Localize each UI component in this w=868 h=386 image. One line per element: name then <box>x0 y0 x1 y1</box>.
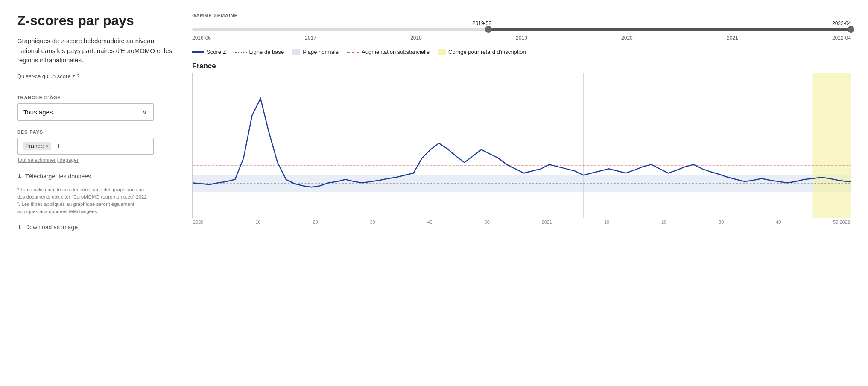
subtitle: Graphiques du z-score hebdomadaire au ni… <box>17 36 175 65</box>
legend-plage-normale-label: Plage normale <box>303 49 339 55</box>
deselect-link[interactable]: dégager <box>60 157 79 163</box>
chart-svg: 25 20 15 10 0 <box>193 73 851 218</box>
download-image-label: Download as image <box>25 224 78 231</box>
slider-container <box>192 28 851 31</box>
select-links: tout sélectionner | dégager <box>18 157 175 163</box>
x-chart-label-3: 30 <box>370 219 375 225</box>
ligne-base-line-icon <box>235 52 247 53</box>
download-icon: ⬇ <box>17 173 23 180</box>
x-chart-label-11: 50 2022 <box>833 219 850 225</box>
x-label-3: 2019 <box>516 35 527 41</box>
page-title: Z-scores par pays <box>17 13 175 29</box>
legend-score-z-label: Score Z <box>207 49 226 55</box>
legend-plage-normale: Plage normale <box>292 49 339 55</box>
x-label-5: 2021 <box>727 35 738 41</box>
country-tag-france: France × <box>23 142 51 150</box>
country-name: France <box>25 143 44 149</box>
slider-track[interactable] <box>192 28 851 31</box>
legend-augmentation-label: Augmentation substancielle <box>362 49 430 55</box>
week-range-label: GAMME SEMAINE <box>192 13 851 18</box>
slider-end-value: 2022-04 <box>832 20 851 26</box>
x-chart-label-6: 2021 <box>542 219 552 225</box>
x-chart-label-2: 20 <box>313 219 318 225</box>
slider-right-thumb[interactable] <box>848 26 854 33</box>
download-image-icon: ⬇ <box>17 223 23 231</box>
legend-ligne-base: Ligne de base <box>235 49 284 55</box>
x-label-0: 2016-06 <box>192 35 211 41</box>
x-label-1: 2017 <box>305 35 316 41</box>
citation-text: * Toute utilisation de ces données dans … <box>17 186 149 216</box>
x-chart-label-5: 50 <box>485 219 490 225</box>
x-chart-label-9: 30 <box>719 219 724 225</box>
legend-ligne-base-label: Ligne de base <box>249 49 284 55</box>
right-panel: GAMME SEMAINE 2019-52 2022-04 2016-06 20… <box>188 13 851 373</box>
x-chart-label-8: 20 <box>661 219 666 225</box>
add-country-button[interactable]: + <box>55 142 63 151</box>
chevron-down-icon: ∨ <box>142 108 147 116</box>
legend-augmentation: Augmentation substancielle <box>347 49 430 55</box>
country-label: DES PAYS <box>17 129 175 135</box>
chart-title: France <box>192 62 851 70</box>
download-data-link[interactable]: ⬇ Télécharger les données <box>17 173 175 180</box>
country-box: France × + <box>17 138 154 155</box>
remove-country-icon[interactable]: × <box>46 143 49 149</box>
download-image-link[interactable]: ⬇ Download as image <box>17 223 175 231</box>
x-chart-label-1: 10 <box>255 219 260 225</box>
x-chart-label-10: 40 <box>776 219 781 225</box>
age-value: Tous ages <box>23 108 53 116</box>
score-z-line-icon <box>192 51 204 53</box>
x-label-2: 2018 <box>410 35 422 41</box>
x-chart-label-7: 10 <box>604 219 609 225</box>
augmentation-line-icon <box>347 52 359 53</box>
corrige-rect-icon <box>438 49 446 55</box>
slider-start-value: 2019-52 <box>473 20 491 26</box>
chart-x-labels: 2020 10 20 30 40 50 2021 10 20 30 40 50 … <box>192 219 851 225</box>
x-label-6: 2022-04 <box>832 35 851 41</box>
chart-section: France 25 <box>192 62 851 225</box>
x-chart-label-0: 2020 <box>193 219 203 225</box>
plage-normale-rect-icon <box>292 49 300 55</box>
age-label: TRANCHE D'ÂGE <box>17 95 175 100</box>
question-link[interactable]: Qu'est-ce qu'un score z ? <box>17 73 175 79</box>
legend-score-z: Score Z <box>192 49 226 55</box>
legend-corrige: Corrigé pour retard d'inscription <box>438 49 526 55</box>
slider-left-thumb[interactable] <box>485 26 492 33</box>
svg-rect-1 <box>812 73 851 218</box>
legend-corrige-label: Corrigé pour retard d'inscription <box>448 49 526 55</box>
age-dropdown[interactable]: Tous ages ∨ <box>17 103 154 121</box>
chart-wrapper: 25 20 15 10 0 <box>192 73 851 218</box>
download-data-label: Télécharger les données <box>25 173 91 180</box>
left-panel: Z-scores par pays Graphiques du z-score … <box>17 13 188 373</box>
select-all-link[interactable]: tout sélectionner <box>18 157 56 163</box>
slider-x-labels: 2016-06 2017 2018 2019 2020 2021 2022-04 <box>192 35 851 41</box>
x-chart-label-4: 40 <box>427 219 432 225</box>
slider-fill <box>488 28 851 31</box>
chart-legend: Score Z Ligne de base Plage normale Augm… <box>192 49 851 55</box>
x-label-4: 2020 <box>621 35 633 41</box>
